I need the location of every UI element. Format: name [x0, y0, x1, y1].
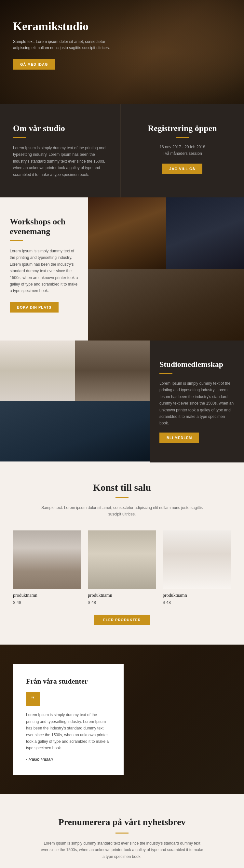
workshop-image-bottom — [88, 269, 244, 341]
quote-icon: " — [26, 692, 40, 706]
membership-cta-button[interactable]: BLI MEDLEM — [159, 433, 199, 443]
workshops-title: Workshops och evenemang — [10, 217, 78, 237]
registration-gold-divider — [176, 137, 189, 138]
product-name-3: produktnamn — [163, 593, 231, 598]
workshop-image-grid — [88, 197, 244, 341]
workshop-image-top-right — [166, 197, 244, 269]
newsletter-gold-divider — [116, 833, 128, 834]
product-card-3: produktnamn $ 48 — [163, 530, 231, 605]
hero-content: Keramikstudio Sample text. Lorem ipsum d… — [0, 0, 130, 89]
hero-cta-button[interactable]: GÅ MED IDAG — [13, 59, 55, 70]
registration-cta-button[interactable]: JAG VILL GÅ — [162, 163, 203, 174]
membership-title: Studiomedlemskap — [159, 360, 234, 369]
workshops-images — [88, 197, 244, 341]
membership-image-bottom — [0, 401, 150, 462]
workshops-gold-divider — [10, 240, 23, 241]
membership-right-col: Studiomedlemskap Lorem Ipsum is simply d… — [150, 341, 244, 462]
art-title: Konst till salu — [10, 482, 234, 493]
membership-image-tr — [75, 341, 150, 401]
more-products-button[interactable]: FLER PRODUKTER — [94, 615, 150, 625]
products-row: produktnamn $ 48 produktnamn $ 48 produk… — [10, 530, 234, 605]
product-price-2: $ 48 — [88, 600, 156, 605]
product-card-2: produktnamn $ 48 — [88, 530, 156, 605]
newsletter-title: Prenumerera på vårt nyhetsbrev — [13, 817, 231, 827]
workshop-image-top-left — [88, 197, 166, 269]
product-image-1 — [13, 530, 81, 589]
testimonial-card: Från våra studenter " Lorem Ipsum is sim… — [13, 664, 124, 774]
product-price-1: $ 48 — [13, 600, 81, 605]
workshops-cta-button[interactable]: BOKA DIN PLATS — [10, 302, 59, 313]
membership-section: Studiomedlemskap Lorem Ipsum is simply d… — [0, 341, 244, 462]
product-name-1: produktnamn — [13, 593, 81, 598]
registration-dates: 16 nov 2017 - 20 feb 2018 — [134, 145, 231, 149]
art-section: Konst till salu Sample text. Lorem ipsum… — [0, 462, 244, 645]
art-body-text: Sample text. Lorem ipsum dolor sit amet,… — [41, 504, 203, 518]
product-name-2: produktnamn — [88, 593, 156, 598]
registration-title: Registrering öppen — [134, 124, 231, 133]
membership-gold-divider — [159, 373, 173, 374]
studio-registration-section: Om vår studio Lorem Ipsum is simply dumm… — [0, 104, 244, 197]
testimonial-section: Från våra studenter " Lorem Ipsum is sim… — [0, 645, 244, 794]
studio-title: Om vår studio — [13, 124, 108, 133]
product-price-3: $ 48 — [163, 600, 231, 605]
testimonial-author: - Rakib Hasan — [26, 757, 111, 762]
hero-pottery-decor — [114, 0, 244, 104]
hero-section: Keramikstudio Sample text. Lorem ipsum d… — [0, 0, 244, 104]
studio-left-col: Om vår studio Lorem Ipsum is simply dumm… — [0, 104, 120, 197]
product-image-3 — [163, 530, 231, 589]
membership-image-tl — [0, 341, 75, 401]
product-card-1: produktnamn $ 48 — [13, 530, 81, 605]
workshops-body-text: Lorem Ipsum is simply dummy text of the … — [10, 248, 78, 294]
product-image-2 — [88, 530, 156, 589]
membership-body-text: Lorem Ipsum is simply dummy text of the … — [159, 380, 234, 427]
testimonial-text: Lorem Ipsum is simply dummy text of the … — [26, 712, 111, 751]
studio-body-text: Lorem Ipsum is simply dummy text of the … — [13, 145, 108, 178]
membership-images — [0, 341, 150, 462]
art-gold-divider — [116, 497, 128, 498]
registration-session: Två månaders session — [134, 151, 231, 156]
newsletter-section: Prenumerera på vårt nyhetsbrev Lorem ips… — [0, 794, 244, 868]
hero-text: Sample text. Lorem ipsum dolor sit amet,… — [13, 39, 117, 51]
workshop-images-top-row — [88, 197, 244, 269]
newsletter-text: Lorem ipsum is simply dummy standard tex… — [41, 840, 203, 860]
hero-title: Keramikstudio — [13, 20, 117, 33]
workshops-left-col: Workshops och evenemang Lorem Ipsum is s… — [0, 197, 88, 341]
registration-col: Registrering öppen 16 nov 2017 - 20 feb … — [120, 104, 244, 197]
workshops-section: Workshops och evenemang Lorem Ipsum is s… — [0, 197, 244, 341]
testimonial-section-title: Från våra studenter — [26, 677, 111, 686]
studio-gold-divider — [13, 137, 26, 138]
